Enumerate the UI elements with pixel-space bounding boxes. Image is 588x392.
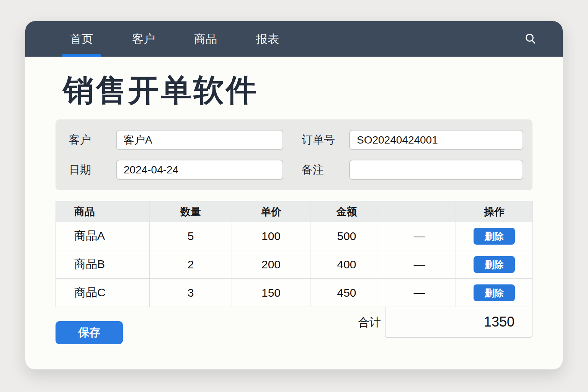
customer-label: 客户	[56, 132, 116, 148]
total-label: 合计	[358, 307, 381, 338]
cell-product: 商品C	[56, 279, 150, 307]
app-window: 首页 客户 商品 报表 销售开单软件 客户 订单号 日期	[25, 21, 563, 369]
cell-dash: —	[383, 222, 456, 250]
header-blank	[383, 201, 456, 222]
cell-amount: 500	[310, 222, 383, 250]
delete-button[interactable]: 删除	[474, 256, 515, 273]
nav-tabs: 首页 客户 商品 报表	[62, 21, 287, 57]
tab-customers[interactable]: 客户	[124, 21, 163, 57]
line-items-table: 商品 数量 单价 金额 操作 商品A 5 100 500 —	[56, 201, 533, 307]
order-form: 客户 订单号 日期 备注	[56, 119, 532, 190]
cell-amount: 450	[310, 279, 383, 307]
header-amount: 金额	[310, 201, 383, 222]
tab-home[interactable]: 首页	[62, 21, 101, 57]
customer-input[interactable]	[116, 130, 283, 150]
table-header-row: 商品 数量 单价 金额 操作	[56, 201, 533, 222]
date-label: 日期	[56, 162, 116, 178]
table-row: 商品A 5 100 500 — 删除	[56, 222, 533, 250]
page-title: 销售开单软件	[63, 73, 532, 108]
table-row: 商品B 2 200 400 — 删除	[56, 250, 533, 279]
delete-button[interactable]: 删除	[474, 284, 515, 301]
top-nav: 首页 客户 商品 报表	[25, 21, 563, 57]
cell-dash: —	[383, 279, 456, 307]
tab-reports[interactable]: 报表	[248, 21, 287, 57]
cell-amount: 400	[310, 250, 383, 279]
save-button[interactable]: 保存	[56, 321, 123, 344]
remarks-input[interactable]	[349, 160, 523, 180]
cell-quantity: 2	[150, 250, 232, 279]
cell-product: 商品A	[56, 222, 150, 250]
cell-unit-price: 100	[232, 222, 310, 250]
tab-products[interactable]: 商品	[186, 21, 225, 57]
cell-actions: 删除	[456, 250, 533, 279]
remarks-label: 备注	[283, 162, 349, 178]
cell-product: 商品B	[56, 250, 150, 279]
header-quantity: 数量	[150, 201, 232, 222]
header-actions: 操作	[456, 201, 533, 222]
table-row: 商品C 3 150 450 — 删除	[56, 279, 533, 307]
cell-unit-price: 200	[232, 250, 310, 279]
cell-dash: —	[383, 250, 456, 279]
cell-quantity: 5	[150, 222, 232, 250]
search-icon[interactable]	[522, 31, 539, 47]
cell-actions: 删除	[456, 279, 533, 307]
total-value: 1350	[385, 307, 532, 338]
header-unit-price: 单价	[232, 201, 310, 222]
main-content: 销售开单软件 客户 订单号 日期 备注 商品	[25, 73, 563, 350]
cell-actions: 删除	[456, 222, 533, 250]
order-number-input[interactable]	[349, 130, 523, 150]
desktop-background: 首页 客户 商品 报表 销售开单软件 客户 订单号 日期	[0, 0, 588, 392]
cell-quantity: 3	[150, 279, 232, 307]
delete-button[interactable]: 删除	[474, 228, 515, 245]
date-input[interactable]	[116, 160, 283, 180]
sheet-footer: 保存 合计 1350	[56, 307, 532, 350]
order-number-label: 订单号	[283, 132, 349, 148]
cell-unit-price: 150	[232, 279, 310, 307]
header-product: 商品	[56, 201, 150, 222]
